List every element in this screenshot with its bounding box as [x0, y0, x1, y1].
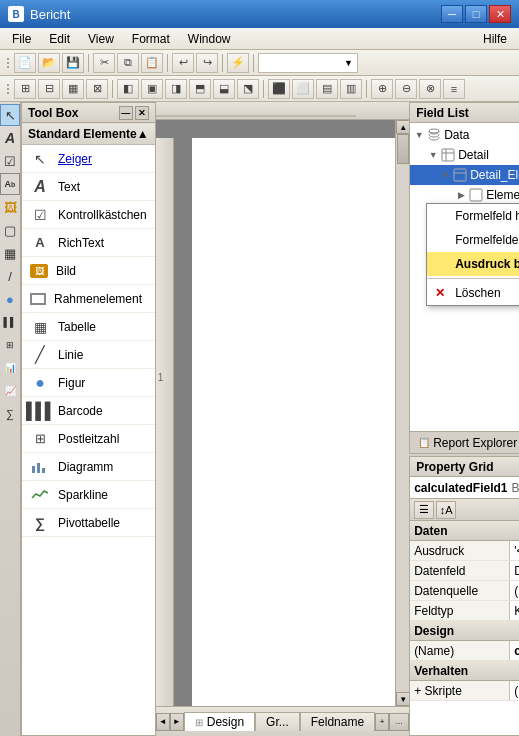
tb2-btn8[interactable]: ▥	[340, 79, 362, 99]
tb2-btn3[interactable]: ▦	[62, 79, 84, 99]
prop-val-skripte[interactable]: (Berechnetes Feld...	[510, 681, 519, 700]
scroll-left-btn[interactable]: ◄	[156, 713, 170, 731]
prop-val-feldtyp[interactable]: Keiner ▼	[510, 601, 519, 620]
tb2-align-center[interactable]: ▣	[141, 79, 163, 99]
tb2-align-bot[interactable]: ⬔	[237, 79, 259, 99]
tool-linie[interactable]: ╱ Linie	[22, 341, 155, 369]
more-tabs-btn[interactable]: ...	[389, 713, 409, 731]
lt-pivot[interactable]: ∑	[0, 403, 20, 425]
tool-checkbox[interactable]: ☑ Kontrollkästchen	[22, 201, 155, 229]
tb-redo[interactable]: ↪	[196, 53, 218, 73]
tb-paste[interactable]: 📋	[141, 53, 163, 73]
tb2-align-right[interactable]: ◨	[165, 79, 187, 99]
expand-data-icon[interactable]: ▼	[412, 128, 426, 142]
scroll-track-v[interactable]	[396, 134, 409, 692]
tab-report-explorer[interactable]: 📋 Report Explorer	[410, 432, 519, 453]
menu-format[interactable]: Format	[124, 30, 178, 48]
tb-new[interactable]: 📄	[14, 53, 36, 73]
scroll-down-btn[interactable]: ▼	[396, 692, 409, 706]
tb2-btn9[interactable]: ⊕	[371, 79, 393, 99]
tb-undo[interactable]: ↩	[172, 53, 194, 73]
prop-sort-btn[interactable]: ↕A	[436, 501, 456, 519]
tool-pivot[interactable]: ∑ Pivottabelle	[22, 509, 155, 537]
tb2-btn7[interactable]: ▤	[316, 79, 338, 99]
lt-richtext[interactable]: Ab	[0, 173, 20, 195]
prop-category-btn[interactable]: ☰	[414, 501, 434, 519]
menu-file[interactable]: File	[4, 30, 39, 48]
menu-edit[interactable]: Edit	[41, 30, 78, 48]
tool-figur[interactable]: ● Figur	[22, 369, 155, 397]
lt-shape[interactable]: ●	[0, 288, 20, 310]
tb2-btn4[interactable]: ⊠	[86, 79, 108, 99]
close-button[interactable]: ✕	[489, 5, 511, 23]
prop-val-name[interactable]: calculatedField1	[510, 641, 519, 660]
lt-table[interactable]: ▦	[0, 242, 20, 264]
expand-elements-icon[interactable]: ▼	[438, 168, 452, 182]
prop-val-datenquelle[interactable]: (Keine) ▼	[510, 581, 519, 600]
tb-lightning[interactable]: ⚡	[227, 53, 249, 73]
tool-zeiger-label[interactable]: Zeiger	[58, 152, 92, 166]
menu-window[interactable]: Window	[180, 30, 239, 48]
lt-postal[interactable]: ⊞	[0, 334, 20, 356]
lt-barcode[interactable]: ▌▌	[0, 311, 20, 333]
tb2-align-top[interactable]: ⬒	[189, 79, 211, 99]
design-canvas[interactable]	[192, 138, 409, 706]
expand-free-icon[interactable]: ▶	[454, 188, 468, 202]
tb2-btn12[interactable]: ≡	[443, 79, 465, 99]
tool-richtext[interactable]: A RichText	[22, 229, 155, 257]
maximize-button[interactable]: □	[465, 5, 487, 23]
tab-feldname[interactable]: Feldname	[300, 712, 375, 731]
tb-open[interactable]: 📂	[38, 53, 60, 73]
tb2-btn5[interactable]: ⬛	[268, 79, 290, 99]
lt-frame[interactable]: ▢	[0, 219, 20, 241]
tb-dropdown[interactable]: ▼	[258, 53, 358, 73]
prop-val-datenfeld[interactable]: Detail.Detail_E... ▼	[510, 561, 519, 580]
toolbox-pin[interactable]: —	[119, 106, 133, 120]
lt-checkbox[interactable]: ☑	[0, 150, 20, 172]
tree-detail-elements[interactable]: ▼ Detail_Elements	[410, 165, 519, 185]
add-tab-btn[interactable]: +	[375, 713, 389, 731]
tool-diagramm[interactable]: Diagramm	[22, 453, 155, 481]
tb2-btn6[interactable]: ⬜	[292, 79, 314, 99]
tree-detail[interactable]: ▼ Detail	[410, 145, 519, 165]
tool-rahmen[interactable]: Rahmenelement	[22, 285, 155, 313]
collapse-icon[interactable]: ▲	[137, 127, 149, 141]
tool-sparkline[interactable]: Sparkline	[22, 481, 155, 509]
lt-text[interactable]: A	[0, 127, 20, 149]
tool-barcode[interactable]: ▌▌▌ Barcode	[22, 397, 155, 425]
tool-zeiger[interactable]: ↖ Zeiger	[22, 145, 155, 173]
tool-text[interactable]: A Text	[22, 173, 155, 201]
tb2-btn10[interactable]: ⊖	[395, 79, 417, 99]
tree-data[interactable]: ▼ Data	[410, 125, 519, 145]
lt-pointer[interactable]: ↖	[0, 104, 20, 126]
tool-bild[interactable]: 🖼 Bild	[22, 257, 155, 285]
expand-detail-icon[interactable]: ▼	[426, 148, 440, 162]
ctx-loeschen[interactable]: ✕ Löschen	[427, 281, 519, 305]
scrollbar-vertical[interactable]: ▲ ▼	[395, 120, 409, 706]
lt-chart[interactable]: 📊	[0, 357, 20, 379]
tool-tabelle[interactable]: ▦ Tabelle	[22, 313, 155, 341]
tool-postleitzahl[interactable]: ⊞ Postleitzahl	[22, 425, 155, 453]
menu-view[interactable]: View	[80, 30, 122, 48]
tb-copy[interactable]: ⧉	[117, 53, 139, 73]
tb-save[interactable]: 💾	[62, 53, 84, 73]
tb2-btn2[interactable]: ⊟	[38, 79, 60, 99]
tb2-btn11[interactable]: ⊗	[419, 79, 441, 99]
prop-val-ausdruck[interactable]: '<object(31,[... …	[510, 541, 519, 560]
lt-line[interactable]: /	[0, 265, 20, 287]
tb-cut[interactable]: ✂	[93, 53, 115, 73]
tb2-align-mid[interactable]: ⬓	[213, 79, 235, 99]
tab-gr[interactable]: Gr...	[255, 712, 300, 731]
menu-hilfe[interactable]: Hilfe	[475, 30, 515, 48]
tb2-btn1[interactable]: ⊞	[14, 79, 36, 99]
minimize-button[interactable]: ─	[441, 5, 463, 23]
ctx-ausdruck[interactable]: Ausdruck bearbeiten...	[427, 252, 519, 276]
lt-sparkline[interactable]: 📈	[0, 380, 20, 402]
scroll-up-btn[interactable]: ▲	[396, 120, 409, 134]
toolbox-close[interactable]: ✕	[135, 106, 149, 120]
tb2-align-left[interactable]: ◧	[117, 79, 139, 99]
lt-image[interactable]: 🖼	[0, 196, 20, 218]
ctx-formelfeld-add[interactable]: Formelfeld hinzufügen	[427, 204, 519, 228]
ctx-formelfeld-edit[interactable]: Formelfelder bearbeiten ...	[427, 228, 519, 252]
scroll-right-btn[interactable]: ►	[170, 713, 184, 731]
